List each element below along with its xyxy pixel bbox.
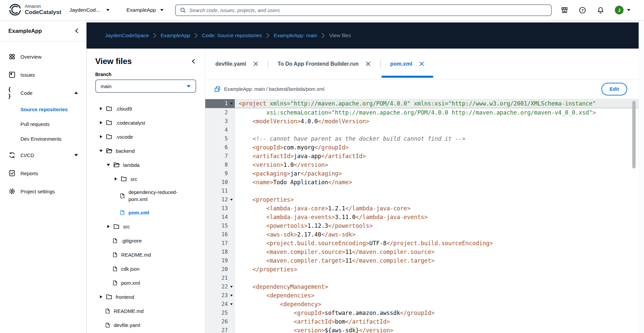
code-editor[interactable]: 1<project xmlns="http://maven.apache.org… (205, 99, 639, 333)
marketplace-button[interactable] (561, 6, 568, 14)
fold-caret-icon[interactable] (230, 303, 233, 306)
code-line-11[interactable]: 11 (205, 187, 639, 195)
tree-item-cdk-json[interactable]: cdk.json (87, 262, 205, 276)
code-line-content[interactable]: <artifactId>bom</artifactId> (235, 317, 639, 326)
breadcrumb-link-jaydencodespace[interactable]: JaydenCodeSpace (105, 32, 149, 39)
sidebar-item-project-settings[interactable]: Project settings (0, 182, 86, 200)
caret-right-icon[interactable] (99, 106, 103, 111)
close-icon[interactable] (419, 61, 425, 67)
code-line-content[interactable]: <artifactId>java-app</artifactId> (235, 152, 639, 160)
help-button[interactable]: ? (579, 6, 586, 14)
code-line-22[interactable]: 22 <dependencyManagement> (205, 282, 639, 291)
search-input[interactable] (189, 7, 547, 13)
sidebar-item-overview[interactable]: Overview (0, 48, 86, 66)
notifications-button[interactable] (597, 6, 604, 14)
code-line-content[interactable]: <properties> (235, 195, 639, 204)
code-line-content[interactable]: <dependency> (235, 300, 639, 309)
breadcrumb-link-exampleapp[interactable]: ExampleApp (161, 32, 190, 39)
tree-item-dependency-reduced-pom-xml[interactable]: dependency-reduced-pom.xml (87, 186, 205, 205)
caret-right-icon[interactable] (113, 177, 118, 181)
code-line-20[interactable]: 20 </properties> (205, 265, 639, 274)
space-selector[interactable]: JaydenCod... (69, 0, 110, 20)
tree-item-readme-md[interactable]: README.md (87, 304, 205, 318)
tree-item-frontend[interactable]: frontend (87, 290, 205, 304)
codecatalyst-logo[interactable]: Amazon CodeCatalyst (8, 3, 61, 16)
tree-item-lambda[interactable]: lambda (87, 158, 205, 172)
tree-item-devfile-yaml[interactable]: devfile.yaml (87, 318, 205, 332)
tree-item-gitignore[interactable]: .gitignore (87, 234, 205, 248)
code-line-24[interactable]: 24 <dependency> (205, 300, 639, 309)
code-line-content[interactable]: <aws-sdk>2.17.40</aws-sdk> (235, 230, 639, 239)
code-line-18[interactable]: 18 <maven.compiler.source>11</maven.comp… (205, 248, 639, 256)
code-line-8[interactable]: 8 <version>1.0</version> (205, 160, 639, 169)
tree-item-pom-xml[interactable]: pom.xml (87, 205, 205, 219)
code-line-content[interactable]: <maven.compiler.source>11</maven.compile… (235, 248, 639, 256)
fold-caret-icon[interactable] (230, 198, 233, 201)
code-line-content[interactable]: <modelVersion>4.0.0</modelVersion> (235, 117, 639, 126)
caret-down-icon[interactable] (74, 154, 78, 156)
sidebar-item-code[interactable]: { }Code (0, 84, 86, 102)
code-line-content[interactable]: <powertools>1.12.3</powertools> (235, 221, 639, 230)
code-line-2[interactable]: 2 xsi:schemaLocation="http://maven.apach… (205, 108, 639, 117)
code-line-14[interactable]: 14 <lambda-java-events>3.11.0</lambda-ja… (205, 213, 639, 221)
tree-item-pom-xml[interactable]: pom.xml (87, 276, 205, 290)
code-line-content[interactable]: <dependencies> (235, 291, 639, 300)
caret-up-icon[interactable] (74, 91, 78, 94)
sidebar-item-source-repositories[interactable]: Source repositories (0, 102, 86, 117)
caret-right-icon[interactable] (99, 294, 103, 299)
code-line-17[interactable]: 17 <project.build.sourceEncoding>UTF-8</… (205, 239, 639, 248)
breadcrumb-link-exampleapp-main[interactable]: ExampleApp: main (274, 32, 317, 39)
fold-caret-icon[interactable] (230, 294, 233, 297)
user-menu[interactable]: J (615, 6, 631, 14)
code-line-12[interactable]: 12 <properties> (205, 195, 639, 204)
tab-devfile-yaml[interactable]: devfile.yaml (215, 49, 268, 79)
edit-button[interactable]: Edit (601, 83, 627, 95)
code-line-6[interactable]: 6 <groupId>com.myorg</groupId> (205, 143, 639, 152)
close-icon[interactable] (253, 61, 259, 67)
code-line-16[interactable]: 16 <aws-sdk>2.17.40</aws-sdk> (205, 230, 639, 239)
code-line-content[interactable]: </properties> (235, 265, 639, 274)
sidebar-item-issues[interactable]: Issues (0, 66, 86, 84)
search-bar[interactable] (175, 4, 552, 16)
caret-right-icon[interactable] (106, 224, 111, 229)
tab-to-do-app-frontend-builder-run[interactable]: To Do App Frontend Builder.run (268, 49, 381, 79)
code-line-3[interactable]: 3 <modelVersion>4.0.0</modelVersion> (205, 117, 639, 126)
code-line-25[interactable]: 25 <groupId>software.amazon.awssdk</grou… (205, 309, 639, 317)
code-line-content[interactable]: <packaging>jar</packaging> (235, 169, 639, 178)
code-line-content[interactable]: <version>${aws-sdk}</version> (235, 326, 639, 333)
tree-item-readme-md[interactable]: README.md (87, 248, 205, 262)
code-line-27[interactable]: 27 <version>${aws-sdk}</version> (205, 326, 639, 333)
caret-right-icon[interactable] (99, 134, 103, 139)
code-line-5[interactable]: 5 <!-- cannot have parent as the docker … (205, 134, 639, 143)
code-line-13[interactable]: 13 <lambda-java-core>1.2.1</lambda-java-… (205, 204, 639, 213)
code-line-7[interactable]: 7 <artifactId>java-app</artifactId> (205, 152, 639, 160)
breadcrumb-link-code-source-repositories[interactable]: Code: Source repositories (202, 32, 262, 39)
code-line-content[interactable] (235, 274, 639, 282)
code-line-content[interactable]: <project xmlns="http://maven.apache.org/… (235, 99, 639, 108)
fold-caret-icon[interactable] (230, 285, 233, 288)
tree-item-cloud9[interactable]: .cloud9 (87, 102, 205, 116)
code-line-content[interactable]: <name>Todo Application</name> (235, 178, 639, 187)
code-line-content[interactable]: <groupId>software.amazon.awssdk</groupId… (235, 309, 639, 317)
page-scrollbar[interactable] (639, 20, 644, 333)
code-line-content[interactable]: <lambda-java-core>1.2.1</lambda-java-cor… (235, 204, 639, 213)
tree-item-codecatalyst[interactable]: .codecatalyst (87, 116, 205, 130)
code-line-15[interactable]: 15 <powertools>1.12.3</powertools> (205, 221, 639, 230)
caret-down-icon[interactable] (106, 162, 111, 167)
caret-down-icon[interactable] (99, 148, 103, 153)
code-line-content[interactable]: <!-- cannot have parent as the docker bu… (235, 134, 639, 143)
tree-item-src[interactable]: src (87, 172, 205, 186)
tree-collapse-button[interactable] (191, 59, 196, 64)
project-selector[interactable]: ExampleApp (126, 0, 164, 20)
code-line-19[interactable]: 19 <maven.compiler.target>11</maven.comp… (205, 256, 639, 265)
tab-pom-xml[interactable]: pom.xml (381, 49, 434, 79)
sidebar-item-pull-requests[interactable]: Pull requests (0, 117, 86, 131)
code-line-10[interactable]: 10 <name>Todo Application</name> (205, 178, 639, 187)
sidebar-item-reports[interactable]: Reports (0, 164, 86, 182)
code-line-content[interactable]: <lambda-java-events>3.11.0</lambda-java-… (235, 213, 639, 221)
code-line-content[interactable]: <version>1.0</version> (235, 160, 639, 169)
code-line-content[interactable]: <maven.compiler.target>11</maven.compile… (235, 256, 639, 265)
code-line-1[interactable]: 1<project xmlns="http://maven.apache.org… (205, 99, 639, 108)
sidebar-collapse-button[interactable] (74, 28, 79, 34)
editor-scrollbar-thumb[interactable] (632, 101, 636, 169)
